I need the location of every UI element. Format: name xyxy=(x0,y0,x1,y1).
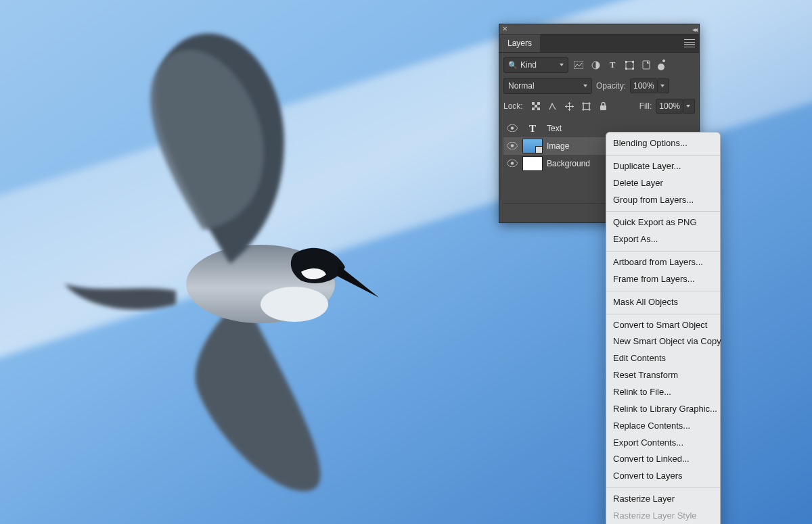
svg-rect-13 xyxy=(532,102,535,105)
menu-item[interactable]: Duplicate Layer... xyxy=(606,158,720,175)
menu-separator xyxy=(606,291,720,291)
menu-item[interactable]: Export As... xyxy=(606,231,720,248)
menu-item[interactable]: Artboard from Layers... xyxy=(606,254,720,271)
menu-separator xyxy=(606,487,720,488)
layer-filter-row: 🔍 Kind T xyxy=(503,57,695,73)
svg-rect-23 xyxy=(600,105,606,110)
lock-artboard-icon[interactable] xyxy=(581,100,593,112)
svg-rect-10 xyxy=(632,68,634,70)
layer-name[interactable]: Background xyxy=(547,159,590,168)
filter-shape-icon[interactable] xyxy=(623,59,635,71)
svg-rect-17 xyxy=(537,108,540,110)
blend-opacity-row: Normal Opacity: 100% xyxy=(503,78,695,94)
opacity-chevron-icon[interactable] xyxy=(658,78,669,93)
menu-item[interactable]: Relink to Library Graphic... xyxy=(606,401,720,418)
menu-item[interactable]: Export Contents... xyxy=(606,435,720,452)
filter-kind-dropdown[interactable]: 🔍 Kind xyxy=(503,57,568,73)
menu-item[interactable]: Group from Layers... xyxy=(606,192,720,209)
opacity-label: Opacity: xyxy=(596,81,626,91)
svg-rect-4 xyxy=(574,61,583,69)
filter-type-icons: T xyxy=(572,59,665,71)
visibility-icon[interactable] xyxy=(506,141,518,151)
filter-adjustment-icon[interactable] xyxy=(589,59,602,71)
svg-point-24 xyxy=(511,126,514,129)
smart-object-badge-icon xyxy=(535,146,543,153)
panel-titlebar[interactable]: ✕ ◂◂ xyxy=(499,24,699,34)
lock-all-icon[interactable] xyxy=(597,100,610,112)
menu-item[interactable]: Rasterize Layer xyxy=(606,491,720,508)
visibility-icon[interactable] xyxy=(506,124,518,134)
lock-transparency-icon[interactable] xyxy=(530,100,542,112)
svg-rect-18 xyxy=(583,103,589,110)
layer-thumbnail[interactable] xyxy=(522,139,543,153)
menu-item[interactable]: Convert to Smart Object xyxy=(606,317,720,334)
lock-image-icon[interactable] xyxy=(547,100,559,112)
fill-control[interactable]: 100% xyxy=(656,99,695,114)
search-icon: 🔍 xyxy=(508,61,518,70)
blend-mode-dropdown[interactable]: Normal xyxy=(503,78,592,94)
menu-item[interactable]: New Smart Object via Copy xyxy=(606,333,720,350)
layer-thumbnail[interactable] xyxy=(522,156,543,171)
svg-point-26 xyxy=(511,162,514,164)
menu-item[interactable]: Replace Contents... xyxy=(606,418,720,435)
collapse-icon[interactable]: ◂◂ xyxy=(692,26,696,33)
menu-item: Rasterize Layer Style xyxy=(606,508,720,524)
menu-item[interactable]: Edit Contents xyxy=(606,350,720,367)
layer-name[interactable]: Image xyxy=(547,141,569,151)
menu-separator xyxy=(606,211,720,212)
svg-rect-15 xyxy=(535,105,537,108)
panel-tabs: Layers xyxy=(499,34,699,53)
svg-rect-14 xyxy=(537,102,540,105)
panel-menu-icon[interactable] xyxy=(684,39,695,48)
layer-name[interactable]: Text xyxy=(547,124,562,133)
filter-toggle-icon[interactable] xyxy=(657,59,665,70)
fill-label: Fill: xyxy=(639,101,652,111)
menu-item[interactable]: Reset Transform xyxy=(606,367,720,384)
svg-point-25 xyxy=(511,144,514,147)
menu-item[interactable]: Quick Export as PNG xyxy=(606,214,720,231)
fill-chevron-icon[interactable] xyxy=(683,99,695,114)
menu-item[interactable]: Convert to Layers xyxy=(606,468,720,485)
menu-separator xyxy=(606,155,720,156)
filter-smartobject-icon[interactable] xyxy=(640,59,652,71)
filter-pixel-icon[interactable] xyxy=(572,59,585,71)
layer-context-menu: Blending Options...Duplicate Layer...Del… xyxy=(606,132,721,524)
menu-item[interactable]: Delete Layer xyxy=(606,175,720,192)
opacity-value[interactable]: 100% xyxy=(630,78,658,93)
tab-layers[interactable]: Layers xyxy=(499,34,540,52)
menu-item[interactable]: Frame from Layers... xyxy=(606,271,720,288)
blend-mode-value: Normal xyxy=(508,81,535,91)
lock-label: Lock: xyxy=(503,101,523,111)
svg-rect-11 xyxy=(643,61,650,69)
close-icon[interactable]: ✕ xyxy=(502,26,508,32)
svg-rect-7 xyxy=(625,61,627,63)
menu-separator xyxy=(606,251,720,252)
menu-item[interactable]: Blending Options... xyxy=(606,135,720,152)
fill-value[interactable]: 100% xyxy=(656,99,683,114)
opacity-control[interactable]: 100% xyxy=(630,78,669,93)
menu-item[interactable]: Convert to Linked... xyxy=(606,451,720,468)
type-layer-icon: T xyxy=(522,123,543,135)
menu-item[interactable]: Mask All Objects xyxy=(606,294,720,311)
svg-rect-9 xyxy=(625,68,627,70)
svg-rect-16 xyxy=(532,108,535,110)
lock-position-icon[interactable] xyxy=(564,100,576,112)
filter-kind-label: Kind xyxy=(520,60,537,70)
filter-type-icon[interactable]: T xyxy=(606,59,618,71)
svg-point-3 xyxy=(261,287,328,322)
visibility-icon[interactable] xyxy=(506,159,518,169)
lock-fill-row: Lock: Fill: 100% xyxy=(503,99,695,114)
menu-item[interactable]: Relink to File... xyxy=(606,384,720,401)
menu-separator xyxy=(606,314,720,314)
svg-rect-8 xyxy=(632,61,634,63)
